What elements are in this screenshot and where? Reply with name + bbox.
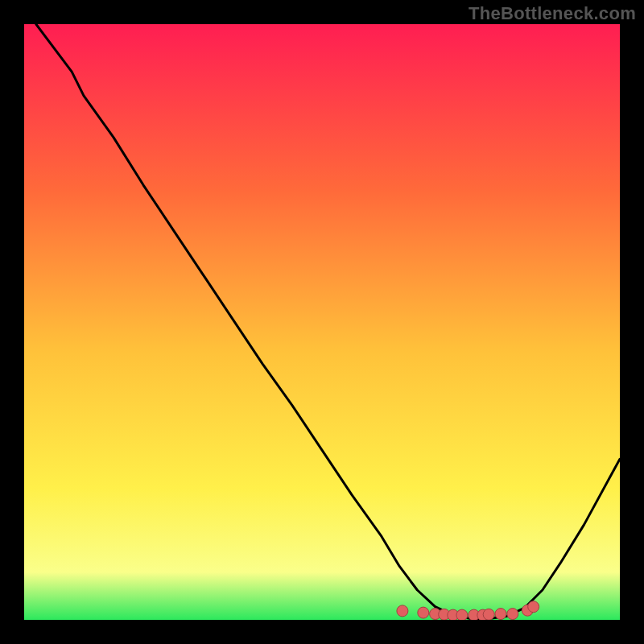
optimal-dot xyxy=(397,605,408,617)
gradient-background xyxy=(24,24,620,620)
optimal-dot xyxy=(456,609,468,620)
optimal-dot xyxy=(507,609,518,620)
chart-frame: TheBottleneck.com xyxy=(0,0,644,644)
chart-svg xyxy=(24,24,620,620)
optimal-dot xyxy=(483,609,494,620)
optimal-dot xyxy=(418,607,429,618)
plot-area xyxy=(24,24,620,620)
optimal-dot xyxy=(528,601,539,613)
optimal-dot xyxy=(495,609,506,620)
watermark-text: TheBottleneck.com xyxy=(469,3,636,24)
